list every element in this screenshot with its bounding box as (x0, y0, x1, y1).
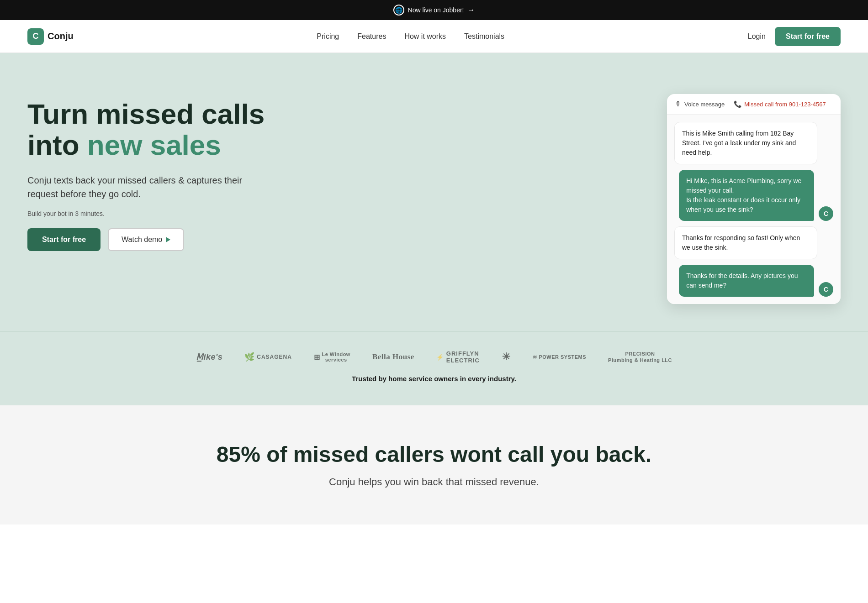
globe-icon: 🌐 (393, 5, 404, 16)
banner-arrow: → (467, 6, 475, 14)
logo-icon: C (27, 28, 44, 45)
logo-mikes: M̲ike's (196, 352, 222, 362)
chat-message-2: Hi Mike, this is Acme Plumbing, sorry we… (679, 170, 814, 221)
stats-title: 85% of missed callers wont call you back… (27, 442, 841, 467)
hero-title: Turn missed calls into new sales (27, 99, 265, 161)
chat-avatar-2: C (819, 282, 833, 297)
nav-actions: Login Start for free (748, 27, 841, 46)
logo-window: ⊞ Le Windowservices (314, 351, 350, 362)
banner-text: Now live on Jobber! (408, 6, 464, 14)
nav-testimonials[interactable]: Testimonials (464, 32, 504, 40)
hero-section: Turn missed calls into new sales Conju t… (0, 53, 868, 331)
chat-message-3: Thanks for responding so fast! Only when… (674, 226, 817, 259)
mic-icon: 🎙 (675, 100, 682, 108)
hero-watch-demo-button[interactable]: Watch demo (108, 228, 184, 251)
chat-missed-call-label: 📞 Missed call from 901-123-4567 (734, 100, 826, 108)
chat-message-2-row: Hi Mike, this is Acme Plumbing, sorry we… (674, 170, 833, 221)
logo-precision: PRECISIONPlumbing & Heating LLC (608, 351, 672, 364)
hero-start-button[interactable]: Start for free (27, 228, 101, 251)
logo-casagena: 🌿 CASAGENA (244, 352, 292, 362)
hero-buttons: Start for free Watch demo (27, 228, 265, 251)
play-icon (166, 237, 170, 242)
nav-pricing[interactable]: Pricing (317, 32, 339, 40)
nav-links: Pricing Features How it works Testimonia… (317, 32, 504, 41)
hero-left: Turn missed calls into new sales Conju t… (27, 89, 265, 251)
chat-message-4: Thanks for the details. Any pictures you… (679, 265, 814, 297)
top-banner: 🌐 Now live on Jobber! → (0, 0, 868, 20)
chat-message-4-row: Thanks for the details. Any pictures you… (674, 265, 833, 297)
logos-section: M̲ike's 🌿 CASAGENA ⊞ Le Windowservices B… (0, 331, 868, 405)
phone-icon: 📞 (734, 100, 741, 108)
login-button[interactable]: Login (748, 32, 766, 41)
chat-voice-label: 🎙 Voice message (675, 100, 725, 108)
hero-subtitle: Conju texts back your missed callers & c… (27, 173, 265, 201)
watch-demo-label: Watch demo (122, 236, 162, 244)
nav-features[interactable]: Features (357, 32, 386, 40)
nav-logo[interactable]: C Conju (27, 28, 74, 45)
hero-title-highlight: new sales (87, 129, 221, 161)
logos-caption: Trusted by home service owners in every … (27, 375, 841, 383)
navbar: C Conju Pricing Features How it works Te… (0, 20, 868, 53)
logo-name: Conju (48, 31, 74, 42)
logo-sun: ☀ (502, 351, 511, 363)
chat-header: 🎙 Voice message 📞 Missed call from 901-1… (667, 94, 841, 115)
logos-row: M̲ike's 🌿 CASAGENA ⊞ Le Windowservices B… (27, 350, 841, 364)
chat-avatar-1: C (819, 206, 833, 221)
logo-bella-house: Bella House (372, 352, 414, 362)
hero-cta-sub: Build your bot in 3 minutes. (27, 210, 265, 217)
chat-widget: 🎙 Voice message 📞 Missed call from 901-1… (667, 94, 841, 304)
start-for-free-button[interactable]: Start for free (775, 27, 841, 46)
stats-section: 85% of missed callers wont call you back… (0, 405, 868, 524)
chat-body: This is Mike Smith calling from 182 Bay … (667, 115, 841, 304)
logo-power-systems: ≋ POWER SYSTEMS (533, 354, 586, 360)
chat-message-1: This is Mike Smith calling from 182 Bay … (674, 122, 817, 164)
logo-grifflyn: ⚡ GRIFFLYNELECTRIC (436, 350, 480, 364)
stats-subtitle: Conju helps you win back that missed rev… (27, 476, 841, 488)
nav-how-it-works[interactable]: How it works (404, 32, 446, 40)
